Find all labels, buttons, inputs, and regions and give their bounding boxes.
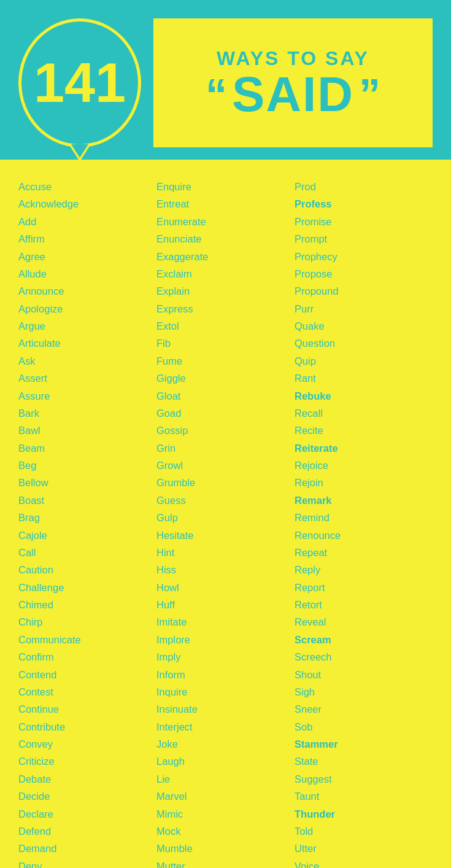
list-item: Chirp: [18, 613, 156, 630]
list-item: Announce: [18, 282, 156, 300]
list-item: Deny: [18, 858, 156, 868]
list-item: Demand: [18, 840, 156, 857]
list-item: Allude: [18, 265, 156, 282]
list-item: Rebuke: [295, 387, 433, 405]
list-item: Growl: [156, 457, 295, 474]
list-item: Acknowledge: [18, 195, 156, 212]
list-item: Continue: [18, 700, 156, 718]
list-item: Assure: [18, 387, 156, 405]
open-quote: “: [206, 77, 227, 112]
list-item: Bellow: [18, 474, 156, 491]
list-item: Joke: [156, 735, 295, 753]
list-item: Cajole: [18, 527, 156, 544]
list-item: Quip: [295, 352, 433, 370]
list-item: Inquire: [156, 683, 295, 700]
list-item: Affirm: [18, 230, 156, 247]
list-item: Scream: [295, 631, 433, 648]
list-item: Imitate: [156, 613, 295, 630]
list-item: Call: [18, 544, 156, 561]
word-column: EnquireEntreatEnumerateEnunciateExaggera…: [156, 178, 295, 868]
list-item: Taunt: [295, 788, 433, 805]
list-item: Grumble: [156, 474, 295, 491]
list-item: Mutter: [156, 858, 295, 868]
list-item: Boast: [18, 492, 156, 509]
list-item: Mumble: [156, 840, 295, 857]
list-item: Reply: [295, 561, 433, 578]
list-item: Ask: [18, 352, 156, 370]
list-item: Rant: [295, 370, 433, 387]
list-item: Hiss: [156, 561, 295, 578]
list-item: Huff: [156, 596, 295, 613]
list-item: Marvel: [156, 788, 295, 805]
list-item: Lie: [156, 770, 295, 788]
list-item: Remind: [295, 509, 433, 526]
list-item: Mimic: [156, 805, 295, 823]
list-item: Reveal: [295, 613, 433, 630]
list-item: Utter: [295, 840, 433, 857]
list-item: Add: [18, 213, 156, 230]
list-item: Argue: [18, 317, 156, 335]
list-item: Beam: [18, 440, 156, 457]
close-quote: ”: [359, 77, 380, 112]
list-item: Criticize: [18, 753, 156, 770]
words-section: AccuseAcknowledgeAddAffirmAgreeAlludeAnn…: [0, 160, 451, 868]
list-item: Bark: [18, 405, 156, 422]
list-item: Hesitate: [156, 527, 295, 544]
list-item: Beg: [18, 457, 156, 474]
list-item: Communicate: [18, 631, 156, 648]
list-item: Propound: [295, 282, 433, 300]
list-item: Debate: [18, 770, 156, 788]
list-item: Enquire: [156, 178, 295, 195]
list-item: Gossip: [156, 422, 295, 439]
list-item: Enunciate: [156, 230, 295, 247]
list-item: Insinuate: [156, 700, 295, 718]
list-item: Retort: [295, 596, 433, 613]
list-item: Challenge: [18, 579, 156, 596]
list-item: Remark: [295, 492, 433, 509]
list-item: Shout: [295, 666, 433, 683]
list-item: Sigh: [295, 683, 433, 700]
list-item: Stammer: [295, 735, 433, 753]
list-item: Extol: [156, 317, 295, 335]
words-grid: AccuseAcknowledgeAddAffirmAgreeAlludeAnn…: [18, 178, 433, 868]
list-item: Hint: [156, 544, 295, 561]
list-item: Sneer: [295, 700, 433, 718]
list-item: Reiterate: [295, 440, 433, 457]
word-column: AccuseAcknowledgeAddAffirmAgreeAlludeAnn…: [18, 178, 156, 868]
list-item: Contend: [18, 666, 156, 683]
list-item: Agree: [18, 248, 156, 265]
list-item: Accuse: [18, 178, 156, 195]
list-item: Contribute: [18, 718, 156, 735]
list-item: Declare: [18, 805, 156, 823]
list-item: Entreat: [156, 195, 295, 212]
header: 141 WAYS TO SAY “ SAID ”: [0, 0, 451, 160]
list-item: Confirm: [18, 648, 156, 665]
list-item: Caution: [18, 561, 156, 578]
list-item: Contest: [18, 683, 156, 700]
list-item: Interject: [156, 718, 295, 735]
list-item: Rejoice: [295, 457, 433, 474]
list-item: Profess: [295, 195, 433, 212]
list-item: Recite: [295, 422, 433, 439]
title-section: WAYS TO SAY “ SAID ”: [153, 18, 433, 147]
list-item: Thunder: [295, 805, 433, 823]
list-item: Brag: [18, 509, 156, 526]
list-item: Guess: [156, 492, 295, 509]
list-item: Assert: [18, 370, 156, 387]
list-item: Prompt: [295, 230, 433, 247]
list-item: Report: [295, 579, 433, 596]
said-row: “ SAID ”: [206, 70, 380, 119]
list-item: Gulp: [156, 509, 295, 526]
list-item: Question: [295, 335, 433, 352]
list-item: Suggest: [295, 770, 433, 788]
list-item: Goad: [156, 405, 295, 422]
list-item: Imply: [156, 648, 295, 665]
bubble-number: 141: [18, 18, 141, 147]
list-item: Chimed: [18, 596, 156, 613]
list-item: Sob: [295, 718, 433, 735]
list-item: Fume: [156, 352, 295, 370]
list-item: Inform: [156, 666, 295, 683]
list-item: Promise: [295, 213, 433, 230]
list-item: Screech: [295, 648, 433, 665]
list-item: Articulate: [18, 335, 156, 352]
